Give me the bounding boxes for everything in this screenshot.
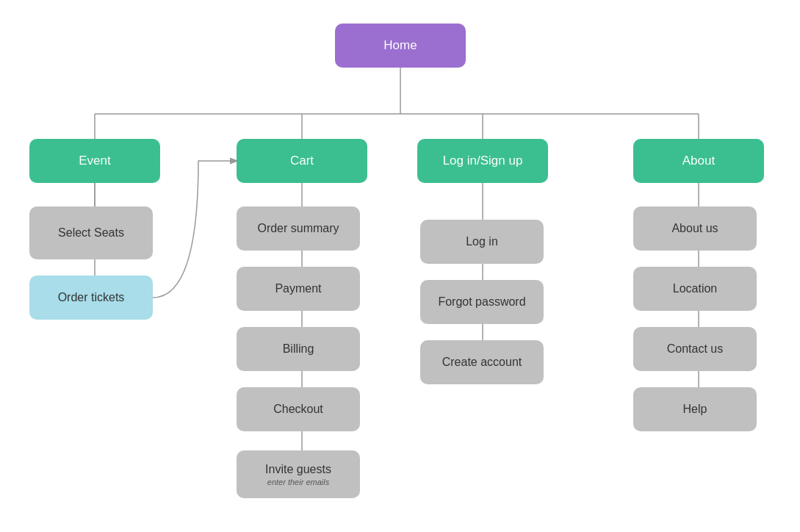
- create-account-node[interactable]: Create account: [420, 340, 544, 384]
- connector-lines: [0, 0, 800, 532]
- event-node[interactable]: Event: [29, 139, 160, 183]
- cart-node[interactable]: Cart: [237, 139, 367, 183]
- sitemap-diagram: Home Event Cart Log in/Sign up About Sel…: [0, 0, 800, 532]
- billing-node[interactable]: Billing: [237, 327, 360, 371]
- order-summary-node[interactable]: Order summary: [237, 206, 360, 251]
- checkout-node[interactable]: Checkout: [237, 387, 360, 431]
- select-seats-node[interactable]: Select Seats: [29, 206, 153, 259]
- help-node[interactable]: Help: [633, 387, 757, 431]
- payment-node[interactable]: Payment: [237, 267, 360, 311]
- forgot-password-node[interactable]: Forgot password: [420, 280, 544, 324]
- order-tickets-node[interactable]: Order tickets: [29, 276, 153, 320]
- home-node[interactable]: Home: [335, 24, 466, 68]
- location-node[interactable]: Location: [633, 267, 757, 311]
- invite-guests-node[interactable]: Invite guests enter their emails: [237, 450, 360, 498]
- log-in-node[interactable]: Log in: [420, 220, 544, 264]
- about-us-node[interactable]: About us: [633, 206, 757, 251]
- about-node[interactable]: About: [633, 139, 764, 183]
- contact-us-node[interactable]: Contact us: [633, 327, 757, 371]
- login-node[interactable]: Log in/Sign up: [417, 139, 548, 183]
